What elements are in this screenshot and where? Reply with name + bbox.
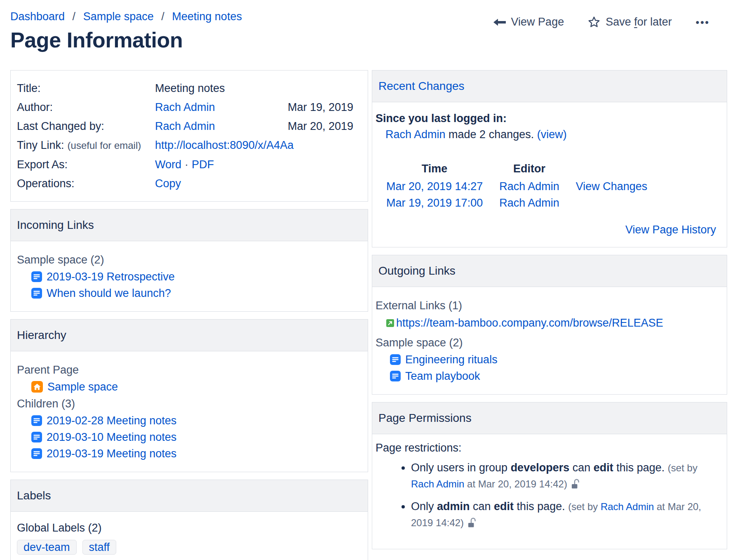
view-page-label: View Page	[511, 16, 564, 28]
info-row-last-changed: Last Changed by: Rach Admin Mar 20, 2019	[17, 117, 353, 136]
restriction-item: Only admin can edit this page. (set by R…	[411, 499, 718, 532]
unlock-icon	[467, 516, 477, 532]
view-page-history-link[interactable]: View Page History	[376, 224, 716, 236]
breadcrumb-item-meeting-notes[interactable]: Meeting notes	[172, 10, 242, 23]
page-permissions-header: Page Permissions	[372, 402, 727, 434]
change-time-link[interactable]: Mar 20, 2019 14:27	[386, 180, 483, 193]
last-changed-by-link[interactable]: Rach Admin	[155, 120, 215, 132]
info-row-export-as: Export As: Word·PDF	[17, 155, 353, 174]
recent-changes-table: Time Editor Mar 20, 2019 14:27 Rach Admi…	[378, 159, 655, 211]
copy-operation-link[interactable]: Copy	[155, 177, 181, 190]
last-changed-date: Mar 20, 2019	[288, 117, 353, 136]
child-page-link-3[interactable]: 2019-03-19 Meeting notes	[47, 447, 176, 460]
info-label: Tiny Link:(useful for email)	[17, 136, 155, 155]
page-restrictions-label: Page restrictions:	[376, 441, 719, 455]
label-chip-dev-team[interactable]: dev-team	[17, 540, 77, 555]
view-page-button[interactable]: View Page	[493, 16, 564, 28]
tiny-link-url[interactable]: http://localhost:8090/x/A4Aa	[155, 139, 294, 151]
restriction-subject: admin	[437, 500, 470, 513]
breadcrumb-item-dashboard[interactable]: Dashboard	[10, 10, 65, 23]
child-page-link-1[interactable]: 2019-02-28 Meeting notes	[47, 414, 176, 427]
children-label: Children (3)	[17, 397, 362, 411]
left-column: Title: Meeting notes Author: Rach Admin …	[10, 70, 368, 560]
change-time-link[interactable]: Mar 19, 2019 17:00	[386, 197, 483, 209]
export-pdf-link[interactable]: PDF	[192, 158, 214, 171]
list-item: Engineering rituals	[376, 353, 721, 366]
outgoing-links-panel: Outgoing Links External Links (1) https:…	[372, 255, 727, 395]
created-date: Mar 19, 2019	[288, 98, 353, 117]
view-link[interactable]: (view)	[537, 128, 567, 141]
editor-column-header: Editor	[491, 159, 568, 178]
star-icon	[588, 16, 600, 28]
outgoing-link-engineering-rituals[interactable]: Engineering rituals	[405, 353, 498, 366]
global-labels-label: Global Labels (2)	[17, 521, 362, 535]
list-item: When should we launch?	[17, 287, 362, 300]
breadcrumb: Dashboard / Sample space / Meeting notes	[10, 10, 242, 23]
unlock-icon	[571, 478, 580, 494]
more-ellipsis-icon[interactable]: •••	[696, 16, 710, 28]
breadcrumb-item-sample-space[interactable]: Sample space	[83, 10, 154, 23]
external-link-item: https://team-bamboo.company.com/browse/R…	[376, 316, 721, 330]
info-label: Title:	[17, 79, 155, 98]
info-label: Author:	[17, 98, 155, 117]
author-link[interactable]: Rach Admin	[155, 101, 215, 113]
since-last-login-heading: Since you last logged in:	[376, 112, 719, 125]
page-icon	[31, 448, 42, 459]
table-row: Mar 19, 2019 17:00 Rach Admin	[378, 195, 655, 211]
parent-page-item: Sample space	[17, 380, 362, 393]
list-item: 2019-02-28 Meeting notes	[17, 414, 362, 427]
recent-changes-link[interactable]: Recent Changes	[378, 80, 465, 92]
external-url-link[interactable]: https://team-bamboo.company.com/browse/R…	[396, 316, 663, 330]
list-item: 2019-03-19 Meeting notes	[17, 447, 362, 460]
list-item: 2019-03-19 Retrospective	[17, 270, 362, 283]
page-info-table: Title: Meeting notes Author: Rach Admin …	[11, 71, 368, 201]
labels-body: Global Labels (2) dev-team staff	[11, 512, 368, 560]
child-page-link-2[interactable]: 2019-03-10 Meeting notes	[47, 431, 176, 444]
restriction-action: edit	[594, 461, 613, 474]
external-links-label: External Links (1)	[376, 299, 721, 313]
back-arrow-icon	[493, 18, 506, 27]
outgoing-link-team-playbook[interactable]: Team playbook	[405, 369, 480, 383]
restriction-action: edit	[494, 500, 514, 513]
time-column-header: Time	[378, 159, 491, 178]
outgoing-links-group-label: Sample space (2)	[376, 336, 721, 350]
restriction-setter-link[interactable]: Rach Admin	[411, 478, 464, 489]
page-info-panel: Title: Meeting notes Author: Rach Admin …	[10, 70, 368, 202]
external-link-icon	[386, 319, 394, 327]
info-label: Operations:	[17, 174, 155, 193]
incoming-links-panel: Incoming Links Sample space (2) 2019-03-…	[10, 209, 368, 312]
incoming-links-body: Sample space (2) 2019-03-19 Retrospectiv…	[11, 241, 368, 311]
top-bar: Dashboard / Sample space / Meeting notes…	[10, 10, 742, 52]
hierarchy-body: Parent Page Sample space Children (3) 20…	[11, 351, 368, 472]
restriction-item: Only users in group developers can edit …	[411, 460, 718, 494]
page-title: Page Information	[10, 28, 242, 52]
label-link[interactable]: dev-team	[23, 541, 70, 553]
restrictions-list: Only users in group developers can edit …	[376, 460, 719, 532]
incoming-link-retrospective[interactable]: 2019-03-19 Retrospective	[47, 270, 175, 283]
page-icon	[390, 371, 401, 381]
label-chip-staff[interactable]: staff	[82, 540, 117, 555]
hierarchy-header: Hierarchy	[11, 320, 368, 351]
summary-author-link[interactable]: Rach Admin	[385, 128, 446, 141]
save-for-later-button[interactable]: Save for later	[588, 16, 672, 28]
page-permissions-panel: Page Permissions Page restrictions: Only…	[372, 402, 727, 549]
change-editor-link[interactable]: Rach Admin	[499, 180, 559, 193]
incoming-links-group-label: Sample space (2)	[17, 253, 362, 267]
info-label: Last Changed by:	[17, 117, 155, 136]
home-icon	[31, 381, 43, 393]
page-icon	[31, 432, 42, 442]
page-icon	[31, 271, 42, 282]
parent-page-link[interactable]: Sample space	[47, 380, 118, 393]
change-editor-link[interactable]: Rach Admin	[499, 197, 559, 209]
content-columns: Title: Meeting notes Author: Rach Admin …	[10, 70, 742, 560]
hierarchy-panel: Hierarchy Parent Page Sample space Child…	[10, 319, 368, 472]
label-link[interactable]: staff	[89, 541, 110, 553]
info-row-title: Title: Meeting notes	[17, 79, 353, 98]
info-row-author: Author: Rach Admin Mar 19, 2019	[17, 98, 353, 117]
export-word-link[interactable]: Word	[155, 158, 181, 171]
restriction-setter-link[interactable]: Rach Admin	[601, 501, 654, 512]
view-changes-link[interactable]: View Changes	[576, 180, 648, 193]
export-separator: ·	[185, 158, 188, 171]
page-icon	[31, 288, 42, 299]
incoming-link-launch[interactable]: When should we launch?	[47, 287, 171, 300]
